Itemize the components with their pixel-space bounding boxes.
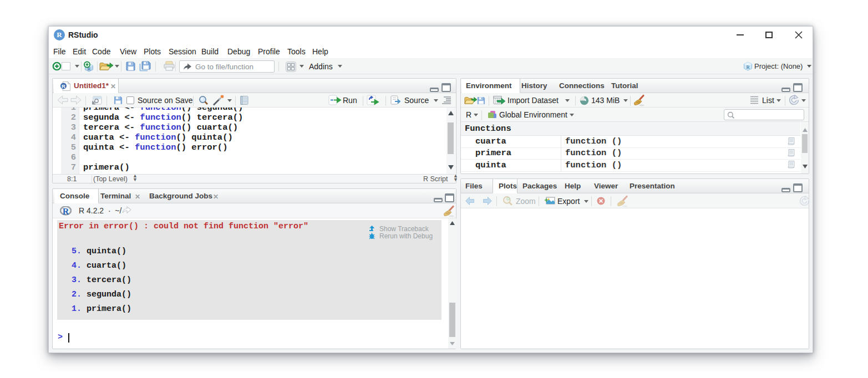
svg-text:R: R bbox=[746, 64, 750, 70]
svg-text:R: R bbox=[62, 83, 65, 89]
svg-text:R: R bbox=[63, 207, 69, 216]
